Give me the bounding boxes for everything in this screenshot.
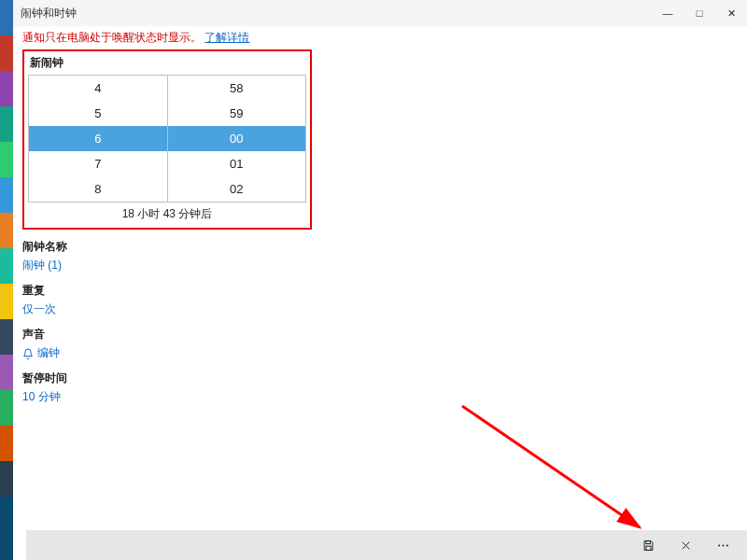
minute-option[interactable]: 02 xyxy=(168,176,306,202)
close-button[interactable]: ✕ xyxy=(715,0,747,26)
cancel-button[interactable] xyxy=(667,530,704,560)
app-window: 闹钟和时钟 — □ ✕ 通知只在电脑处于唤醒状态时显示。 了解详情 新闹钟 45… xyxy=(13,0,747,560)
window-title: 闹钟和时钟 xyxy=(21,6,77,21)
hour-option[interactable]: 7 xyxy=(29,151,168,176)
notice-text: 通知只在电脑处于唤醒状态时显示。 xyxy=(22,31,202,44)
content-area: 通知只在电脑处于唤醒状态时显示。 了解详情 新闹钟 458 559 600 70… xyxy=(13,26,747,560)
svg-point-4 xyxy=(718,544,720,546)
bottom-toolbar xyxy=(26,530,747,560)
time-picker-box: 新闹钟 458 559 600 701 802 18 小时 43 分钟后 xyxy=(22,49,312,230)
title-bar: 闹钟和时钟 — □ ✕ xyxy=(13,0,747,26)
maximize-button[interactable]: □ xyxy=(684,0,715,26)
minute-option[interactable]: 01 xyxy=(168,151,306,176)
sound-value-text: 编钟 xyxy=(37,345,60,361)
save-button[interactable] xyxy=(629,530,667,560)
hour-option[interactable]: 5 xyxy=(29,101,168,126)
minimize-button[interactable]: — xyxy=(652,0,684,26)
snooze-value[interactable]: 10 分钟 xyxy=(22,389,738,405)
minute-option[interactable]: 59 xyxy=(168,101,306,126)
more-button[interactable] xyxy=(704,530,741,560)
alarm-name-field: 闹钟名称 闹钟 (1) xyxy=(22,239,738,273)
hour-option[interactable]: 8 xyxy=(29,176,168,202)
notice-link[interactable]: 了解详情 xyxy=(204,31,249,44)
hour-option[interactable]: 4 xyxy=(29,76,168,101)
svg-point-5 xyxy=(722,544,724,546)
hour-option-selected[interactable]: 6 xyxy=(29,126,168,151)
svg-rect-0 xyxy=(646,540,650,543)
sound-field: 声音 编钟 xyxy=(22,327,738,361)
window-controls: — □ ✕ xyxy=(652,0,747,26)
repeat-value[interactable]: 仅一次 xyxy=(22,301,738,317)
time-picker[interactable]: 458 559 600 701 802 xyxy=(28,75,306,203)
svg-rect-1 xyxy=(646,546,651,550)
desktop-sliver xyxy=(0,0,13,560)
alarm-name-value[interactable]: 闹钟 (1) xyxy=(22,258,738,273)
minute-option-selected[interactable]: 00 xyxy=(168,126,306,151)
svg-point-6 xyxy=(726,544,727,546)
minute-option[interactable]: 58 xyxy=(168,76,306,101)
repeat-label: 重复 xyxy=(22,283,738,299)
snooze-field: 暂停时间 10 分钟 xyxy=(22,371,738,405)
snooze-label: 暂停时间 xyxy=(22,371,738,386)
repeat-field: 重复 仅一次 xyxy=(22,283,738,317)
alarm-name-label: 闹钟名称 xyxy=(22,239,738,255)
notice-bar: 通知只在电脑处于唤醒状态时显示。 了解详情 xyxy=(22,30,738,46)
sound-label: 声音 xyxy=(22,327,738,343)
time-remaining-text: 18 小时 43 分钟后 xyxy=(24,203,310,228)
new-alarm-title: 新闹钟 xyxy=(24,51,310,75)
sound-value[interactable]: 编钟 xyxy=(22,345,738,361)
bell-icon xyxy=(22,347,34,360)
